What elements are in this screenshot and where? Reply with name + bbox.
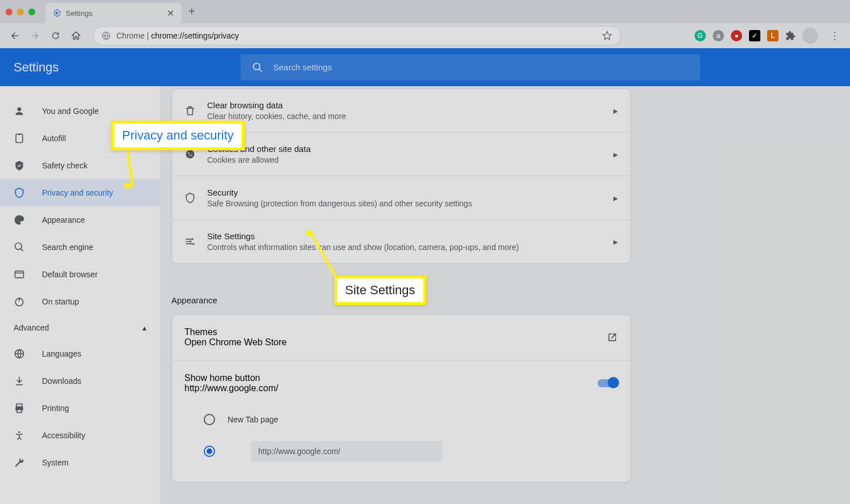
globe-icon [14, 348, 25, 359]
autofill-icon [14, 133, 25, 144]
search-placeholder: Search settings [273, 62, 332, 72]
minimize-window-button[interactable] [17, 9, 24, 15]
new-tab-button[interactable]: + [188, 5, 195, 18]
svg-rect-5 [18, 134, 21, 135]
security-row[interactable]: Security Safe Browsing (protection from … [172, 176, 630, 220]
close-tab-icon[interactable]: ✕ [166, 9, 175, 18]
sidebar-item-label: Appearance [42, 215, 85, 225]
sidebar-item-label: Default browser [42, 270, 98, 279]
power-icon [14, 296, 25, 307]
search-settings-input[interactable]: Search settings [241, 54, 700, 81]
tab-title: Settings [66, 9, 166, 18]
home-button-subtitle: http://www.google.com/ [184, 383, 278, 393]
sidebar-item-label: Languages [42, 349, 81, 358]
svg-point-19 [190, 240, 191, 242]
svg-point-6 [15, 243, 22, 250]
sidebar-item-search-engine[interactable]: Search engine [0, 234, 160, 261]
themes-row[interactable]: Themes Open Chrome Web Store [172, 315, 630, 361]
window-controls [6, 9, 35, 15]
sidebar-item-default-browser[interactable]: Default browser [0, 261, 160, 288]
row-title: Site Settings [207, 231, 607, 241]
row-subtitle: Safe Browsing (protection from dangerous… [207, 199, 607, 208]
settings-title: Settings [14, 60, 59, 75]
sidebar-item-label: You and Google [42, 107, 99, 116]
sidebar-item-languages[interactable]: Languages [0, 340, 160, 367]
back-button[interactable] [6, 27, 24, 45]
sidebar-item-label: System [42, 458, 69, 467]
sidebar-item-on-startup[interactable]: On startup [0, 288, 160, 315]
row-subtitle: Clear history, cookies, cache, and more [207, 112, 607, 121]
extension-icon[interactable]: G [695, 30, 706, 41]
sidebar-item-privacy-security[interactable]: Privacy and security [0, 179, 160, 206]
radio-button[interactable] [204, 446, 215, 457]
svg-point-0 [56, 12, 58, 14]
extension-icon[interactable]: a [713, 30, 724, 41]
profile-avatar[interactable] [802, 28, 818, 44]
row-title: Clear browsing data [207, 100, 607, 110]
radio-new-tab-page[interactable]: New Tab page [184, 406, 618, 433]
browser-tab[interactable]: Settings ✕ [45, 3, 182, 23]
sidebar-item-downloads[interactable]: Downloads [0, 367, 160, 395]
svg-point-2 [253, 63, 260, 70]
trash-icon [184, 105, 196, 116]
chevron-right-icon: ▸ [607, 149, 618, 160]
download-icon [14, 375, 25, 387]
svg-point-13 [18, 431, 20, 433]
settings-gear-icon [52, 9, 61, 18]
extension-icon[interactable]: ● [731, 30, 742, 41]
row-subtitle: Cookies are allowed [207, 155, 607, 164]
chevron-up-icon: ▴ [142, 323, 146, 332]
url-text: Chrome | chrome://settings/privacy [116, 31, 239, 40]
reload-button[interactable] [47, 27, 65, 45]
browser-menu-icon[interactable]: ⋮ [825, 29, 844, 42]
extensions-puzzle-icon[interactable] [785, 31, 796, 41]
tune-icon [184, 236, 196, 247]
browser-tab-bar: Settings ✕ + [0, 0, 850, 23]
sidebar-item-accessibility[interactable]: Accessibility [0, 422, 160, 449]
custom-url-input[interactable] [251, 441, 442, 461]
svg-rect-4 [16, 134, 23, 143]
sidebar-item-printing[interactable]: Printing [0, 395, 160, 422]
close-window-button[interactable] [6, 9, 12, 15]
bookmark-star-icon[interactable] [602, 31, 612, 41]
sidebar-item-appearance[interactable]: Appearance [0, 206, 160, 234]
radio-button[interactable] [204, 414, 215, 425]
show-home-button-row: Show home button http://www.google.com/ [172, 361, 630, 406]
extension-icon[interactable]: L [767, 30, 779, 41]
callout-dot [124, 183, 131, 189]
sidebar-item-label: Search engine [42, 243, 93, 252]
address-bar[interactable]: Chrome | chrome://settings/privacy [93, 26, 621, 45]
maximize-window-button[interactable] [28, 9, 35, 15]
site-info-icon[interactable] [102, 31, 111, 40]
row-title: Cookies and other site data [207, 144, 607, 154]
callout-site-settings: Site Settings [334, 276, 426, 305]
home-button-title: Show home button [184, 373, 278, 383]
chevron-right-icon: ▸ [607, 105, 618, 116]
appearance-card: Themes Open Chrome Web Store Show home b… [171, 314, 631, 482]
search-icon [14, 242, 25, 253]
search-icon [252, 62, 263, 73]
home-button-toggle[interactable] [597, 379, 618, 387]
sidebar-advanced-toggle[interactable]: Advanced ▴ [0, 315, 160, 340]
sidebar-item-label: Privacy and security [42, 188, 113, 197]
forward-button[interactable] [26, 27, 44, 45]
svg-point-15 [188, 153, 190, 154]
radio-custom-url[interactable] [184, 433, 618, 469]
svg-point-20 [192, 243, 194, 245]
site-settings-row[interactable]: Site Settings Controls what information … [172, 220, 630, 263]
row-subtitle: Controls what information sites can use … [207, 243, 607, 252]
extension-icons: G a ● ✓ L ⋮ [695, 28, 844, 44]
home-page-radio-group: New Tab page [172, 406, 630, 482]
svg-point-16 [190, 154, 192, 156]
sidebar-item-safety-check[interactable]: Safety check [0, 152, 160, 179]
svg-rect-10 [16, 404, 22, 407]
home-button[interactable] [67, 27, 85, 45]
sidebar-item-system[interactable]: System [0, 449, 160, 476]
svg-point-18 [192, 238, 193, 240]
browser-toolbar: Chrome | chrome://settings/privacy G a ●… [0, 23, 850, 48]
accessibility-icon [14, 430, 25, 441]
sidebar-item-label: Safety check [42, 161, 87, 170]
advanced-label: Advanced [14, 323, 49, 332]
extension-icon[interactable]: ✓ [749, 30, 760, 41]
svg-rect-12 [17, 410, 22, 413]
